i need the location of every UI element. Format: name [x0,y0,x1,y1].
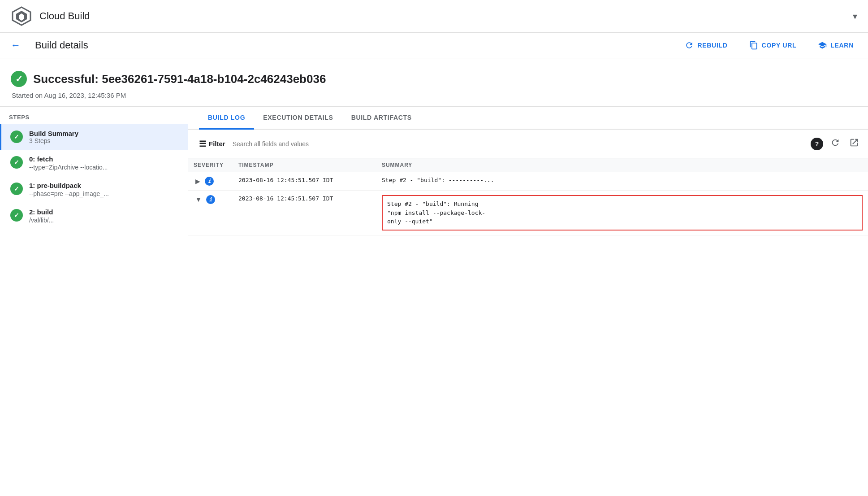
step-info-build: 2: build /val/lib/... [29,208,179,224]
log-table-container: SEVERITY TIMESTAMP SUMMARY ▶ i [188,158,868,235]
step-info-fetch: 0: fetch --type=ZipArchive --locatio... [29,155,179,171]
step-item-fetch[interactable]: 0: fetch --type=ZipArchive --locatio... [0,150,188,176]
row1-timestamp: 2023-08-16 12:45:51.507 IDT [233,172,376,191]
build-started: Started on Aug 16, 2023, 12:45:36 PM [12,91,857,99]
cloud-build-logo [11,5,32,27]
help-icon[interactable]: ? [811,138,823,150]
filter-icon: ☰ [199,139,206,149]
summary-highlighted-text: Step #2 - "build": Running"npm install -… [382,195,863,231]
learn-button[interactable]: LEARN [814,38,857,52]
row2-severity-badge: i [206,195,215,204]
success-icon [11,71,27,87]
step-item-build[interactable]: 2: build /val/lib/... [0,203,188,229]
build-status-section: Successful: 5ee36261-7591-4a18-b104-2c46… [0,58,868,106]
filter-button[interactable]: ☰ Filter [195,137,229,151]
app-title: Cloud Build [39,10,90,22]
toolbar: ← Build details REBUILD COPY URL LEARN [0,33,868,58]
toolbar-actions: REBUILD COPY URL LEARN [681,38,857,52]
step-sub-prebuildpack: --phase=pre --app_image_... [29,190,146,197]
open-external-button[interactable] [847,136,861,152]
col-header-summary: SUMMARY [376,158,868,172]
col-header-timestamp: TIMESTAMP [233,158,376,172]
step-success-icon-build [10,209,23,222]
copy-icon [749,41,758,50]
rebuild-button[interactable]: REBUILD [681,38,731,52]
step-name: Build Summary [29,130,179,137]
col-header-severity: SEVERITY [188,158,233,172]
log-table: SEVERITY TIMESTAMP SUMMARY ▶ i [188,158,868,235]
page-title: Build details [35,39,88,51]
filter-label: Filter [209,140,225,148]
tab-execution-details[interactable]: EXECUTION DETAILS [254,107,342,130]
search-input[interactable] [233,140,807,148]
filter-bar: ☰ Filter ? [188,130,868,158]
refresh-button[interactable] [829,136,842,152]
table-row: ▼ i 2023-08-16 12:45:51.507 IDT Step #2 … [188,191,868,235]
step-sub-build: /val/lib/... [29,217,146,224]
row1-severity-badge: i [205,177,214,186]
step-name-build: 2: build [29,208,179,216]
row1-expand-button[interactable]: ▶ [194,177,202,186]
build-status-title: Successful: 5ee36261-7591-4a18-b104-2c46… [11,71,857,87]
chevron-down-icon[interactable]: ▾ [853,11,857,22]
learn-icon [818,41,827,50]
step-info-prebuildpack: 1: pre-buildpack --phase=pre --app_image… [29,182,179,197]
rebuild-label: REBUILD [697,42,727,49]
right-panel: BUILD LOG EXECUTION DETAILS BUILD ARTIFA… [188,107,868,235]
row1-summary: Step #2 - "build": ----------... [376,172,868,191]
step-item-prebuildpack[interactable]: 1: pre-buildpack --phase=pre --app_image… [0,176,188,203]
main-content: Steps Build Summary 3 Steps 0: fetch --t… [0,106,868,235]
step-success-icon-prebuildpack [10,183,23,195]
tabs: BUILD LOG EXECUTION DETAILS BUILD ARTIFA… [188,107,868,130]
step-success-icon [10,131,23,143]
step-item-build-summary[interactable]: Build Summary 3 Steps [0,124,188,150]
tab-build-log[interactable]: BUILD LOG [199,107,254,130]
copy-url-button[interactable]: COPY URL [746,38,800,52]
steps-header: Steps [0,107,188,124]
row2-severity: ▼ i [188,191,233,235]
row2-expand-button[interactable]: ▼ [194,195,203,204]
step-success-icon-fetch [10,156,23,169]
build-status-text: Successful: 5ee36261-7591-4a18-b104-2c46… [33,72,326,86]
app-header: Cloud Build ▾ [0,0,868,33]
step-count: 3 Steps [29,137,179,144]
step-name-prebuildpack: 1: pre-buildpack [29,182,179,189]
copy-url-label: COPY URL [762,42,797,49]
tab-build-artifacts[interactable]: BUILD ARTIFACTS [342,107,421,130]
steps-panel: Steps Build Summary 3 Steps 0: fetch --t… [0,107,188,235]
row1-severity: ▶ i [188,172,233,191]
rebuild-icon [685,41,694,50]
row2-timestamp: 2023-08-16 12:45:51.507 IDT [233,191,376,235]
row2-summary: Step #2 - "build": Running"npm install -… [376,191,868,235]
app-header-left: Cloud Build [11,5,90,27]
filter-actions: ? [811,136,861,152]
step-name-fetch: 0: fetch [29,155,179,163]
learn-label: LEARN [830,42,854,49]
back-button[interactable]: ← [11,39,21,51]
table-row: ▶ i 2023-08-16 12:45:51.507 IDT Step #2 … [188,172,868,191]
step-sub-fetch: --type=ZipArchive --locatio... [29,164,146,171]
step-info: Build Summary 3 Steps [29,130,179,144]
